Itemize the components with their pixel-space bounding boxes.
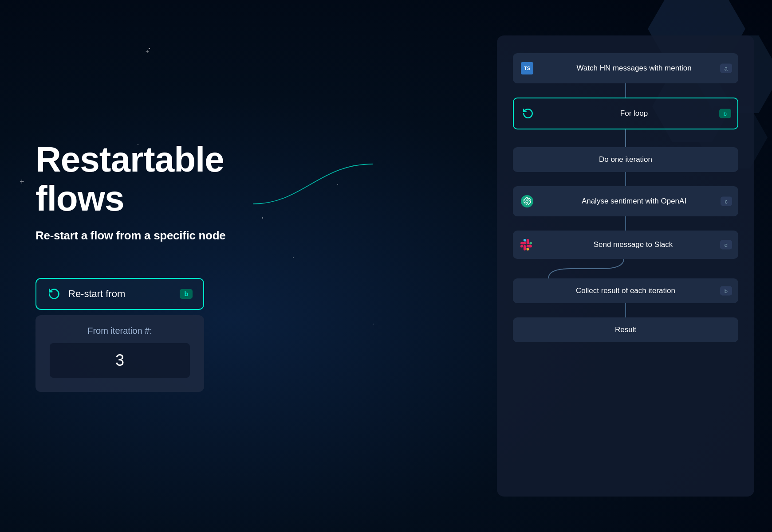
- ts-icon: TS: [520, 61, 534, 75]
- connector-6: [625, 303, 626, 317]
- node-slack-label: Send message to Slack: [539, 240, 728, 249]
- node-watch-hn-badge: a: [720, 64, 732, 73]
- restart-badge: b: [180, 289, 193, 299]
- connector-3: [625, 172, 626, 186]
- node-collect-label: Collect result of each iteration: [524, 286, 728, 295]
- node-collect-badge: b: [720, 286, 732, 296]
- node-for-loop-badge: b: [719, 109, 731, 118]
- node-analyse-sentiment[interactable]: Analyse sentiment with OpenAI c: [513, 186, 738, 216]
- node-analyse-label: Analyse sentiment with OpenAI: [540, 197, 728, 206]
- page-subtitle: Re-start a flow from a specific node: [35, 229, 284, 243]
- openai-icon: [520, 194, 534, 208]
- node-result-label: Result: [524, 325, 728, 334]
- slack-icon: [520, 239, 532, 251]
- node-for-loop[interactable]: For loop b: [513, 98, 738, 129]
- left-panel: Restartable flows Re-start a flow from a…: [0, 0, 319, 532]
- node-for-loop-label: For loop: [541, 109, 727, 118]
- node-collect-result[interactable]: Collect result of each iteration b: [513, 278, 738, 303]
- iteration-value-box: 3: [50, 343, 190, 378]
- restart-card[interactable]: Re-start from b: [35, 278, 204, 310]
- node-watch-hn[interactable]: TS Watch HN messages with mention a: [513, 53, 738, 83]
- node-send-slack[interactable]: Send message to Slack d: [513, 231, 738, 259]
- page-title: Restartable flows: [35, 140, 284, 218]
- connector-1: [625, 83, 626, 98]
- iteration-card: From iteration #: 3: [35, 315, 204, 392]
- node-watch-hn-label: Watch HN messages with mention: [540, 64, 728, 73]
- node-result[interactable]: Result: [513, 317, 738, 342]
- iteration-value: 3: [115, 351, 124, 369]
- for-loop-icon: [521, 106, 535, 121]
- flow-panel: TS Watch HN messages with mention a For …: [497, 35, 754, 497]
- node-slack-badge: d: [720, 240, 732, 250]
- connector-2: [625, 129, 626, 147]
- node-do-iteration[interactable]: Do one iteration: [513, 147, 738, 172]
- node-do-iteration-label: Do one iteration: [524, 155, 728, 164]
- restart-icon: [47, 287, 61, 301]
- connector-4: [625, 216, 626, 231]
- node-analyse-badge: c: [721, 197, 733, 206]
- restart-label: Re-start from: [68, 288, 173, 300]
- iteration-label: From iteration #:: [50, 326, 190, 336]
- loop-connector: [513, 259, 738, 278]
